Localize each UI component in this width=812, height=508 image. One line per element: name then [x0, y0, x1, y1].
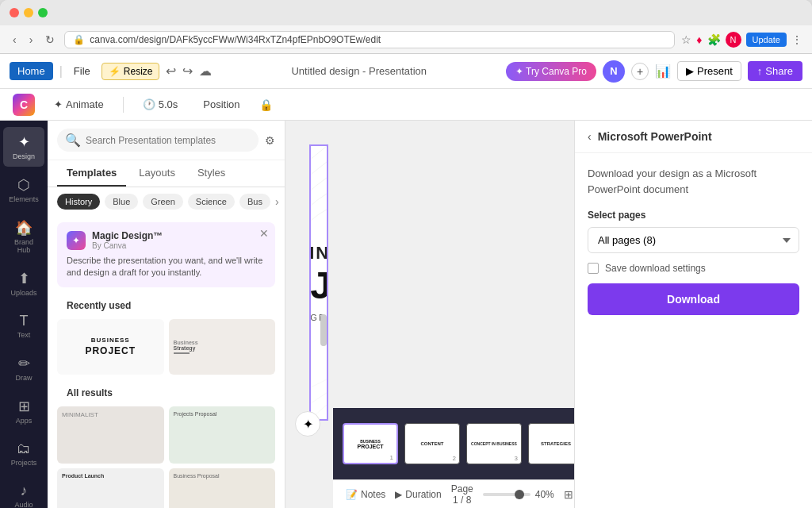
- top-bar: Home | File ⚡ Resize ↩ ↪ ☁ Untitled desi…: [0, 54, 812, 89]
- slide-canvas[interactable]: BUSINESS PROJECT WWW.REALLYGREATSITE.COM: [309, 144, 328, 421]
- search-icon: 🔍: [65, 133, 81, 148]
- add-collaborator-button[interactable]: +: [631, 63, 649, 80]
- result-thumb-4[interactable]: Business Proposal: [169, 468, 276, 508]
- bottom-bar: 📝 Notes ▶ Duration Page 1 / 8 40%: [333, 479, 574, 508]
- tab-styles[interactable]: Styles: [188, 160, 235, 187]
- present-icon: ▶: [686, 65, 694, 77]
- sidebar-item-draw[interactable]: ✏ Draw: [3, 348, 44, 388]
- filter-icon[interactable]: ⚙: [265, 134, 275, 147]
- resize-icon: ⚡: [109, 66, 121, 77]
- filter-bus[interactable]: Bus: [239, 194, 270, 210]
- user-avatar[interactable]: N: [603, 60, 625, 83]
- cloud-button[interactable]: ☁: [199, 64, 212, 79]
- filter-green[interactable]: Green: [143, 194, 183, 210]
- film-thumb-1[interactable]: BUSINESS PROJECT 1: [343, 423, 398, 464]
- all-results-label: All results: [57, 381, 275, 402]
- canva-icon[interactable]: ♦: [696, 33, 702, 46]
- grid-view-button[interactable]: ⊞: [564, 488, 573, 501]
- all-results-section: All results MINIMALIST Projects Proposal…: [57, 381, 275, 508]
- zoom-controls: 40%: [483, 489, 554, 500]
- magic-title: Magic Design™: [92, 230, 163, 241]
- right-panel: ‹ Microsoft PowerPoint Download your des…: [574, 121, 812, 508]
- film-thumb-3[interactable]: CONCEPT IN BUSINESS 3: [466, 423, 522, 464]
- recent-thumb-1[interactable]: BUSINESS PROJECT: [57, 319, 164, 375]
- back-button[interactable]: ‹: [588, 130, 592, 143]
- present-button[interactable]: ▶ Present: [677, 61, 741, 81]
- clock-icon: 🕐: [143, 98, 155, 110]
- recently-used-label: Recently used: [57, 294, 275, 314]
- sidebar-item-projects[interactable]: 🗂 Projects: [3, 434, 44, 473]
- try-canva-button[interactable]: ✦ Try Canva Pro: [506, 62, 596, 81]
- panel-content: Recently used BUSINESS PROJECT Busine: [48, 294, 285, 508]
- home-button[interactable]: Home: [10, 62, 53, 80]
- menu-icon[interactable]: ⋮: [791, 33, 802, 46]
- sidebar-item-brand[interactable]: 🏠 Brand Hub: [3, 213, 44, 260]
- recently-used-grid: BUSINESS PROJECT Business Strategy: [57, 319, 275, 375]
- update-button[interactable]: Update: [746, 33, 787, 47]
- result-thumb-2[interactable]: Projects Proposal: [169, 406, 276, 464]
- filter-history[interactable]: History: [57, 194, 100, 210]
- sidebar-item-uploads[interactable]: ⬆ Uploads: [3, 264, 44, 303]
- results-grid: MINIMALIST Projects Proposal Product Lau…: [57, 406, 275, 508]
- redo-button[interactable]: ↪: [182, 64, 193, 79]
- result-thumb-1[interactable]: MINIMALIST: [57, 406, 164, 464]
- minimize-button[interactable]: [24, 8, 33, 17]
- save-checkbox[interactable]: [588, 263, 599, 274]
- close-button[interactable]: [10, 8, 19, 17]
- main-content: ✦ Design ⬡ Elements 🏠 Brand Hub ⬆ Upload…: [0, 121, 812, 508]
- result-thumb-3[interactable]: Product Launch: [57, 468, 164, 508]
- notes-button[interactable]: 📝 Notes: [346, 489, 385, 500]
- forward-button[interactable]: ›: [26, 32, 36, 48]
- animate-button[interactable]: ✦ Animate: [48, 95, 110, 114]
- film-thumb-2[interactable]: CONTENT 2: [404, 423, 460, 464]
- sidebar-item-elements[interactable]: ⬡ Elements: [3, 170, 44, 210]
- extension-icon[interactable]: 🧩: [707, 33, 721, 46]
- profile-icon[interactable]: N: [726, 32, 741, 48]
- separator: |: [59, 64, 63, 79]
- magic-box-close[interactable]: ✕: [259, 227, 269, 240]
- analytics-button[interactable]: 📊: [655, 64, 671, 79]
- zoom-slider[interactable]: [483, 493, 530, 496]
- sidebar-item-design[interactable]: ✦ Design: [3, 127, 44, 167]
- sidebar-item-text[interactable]: T Text: [3, 306, 44, 345]
- resize-button[interactable]: ⚡ Resize: [102, 63, 160, 80]
- scroll-handle[interactable]: [320, 314, 327, 346]
- templates-panel: 🔍 ⚙ Templates Layouts Styles History Blu…: [48, 121, 285, 508]
- filter-more-button[interactable]: ›: [275, 194, 279, 210]
- pages-dropdown[interactable]: All pages (8): [588, 227, 799, 253]
- duration-button[interactable]: 🕐 5.0s: [136, 95, 185, 114]
- reload-button[interactable]: ↻: [42, 32, 58, 48]
- sidebar-item-apps[interactable]: ⊞ Apps: [3, 391, 44, 431]
- maximize-button[interactable]: [38, 8, 48, 17]
- film-num-3: 3: [515, 455, 518, 462]
- toolbar: C ✦ Animate 🕐 5.0s Position 🔒: [0, 89, 812, 121]
- position-button[interactable]: Position: [197, 95, 246, 114]
- uploads-icon: ⬆: [18, 270, 30, 287]
- recent-thumb-2[interactable]: Business Strategy: [169, 319, 276, 375]
- duration-icon: ▶: [395, 489, 402, 500]
- tab-templates[interactable]: Templates: [57, 160, 126, 187]
- filter-tags: History Blue Green Science Bus ›: [48, 187, 285, 216]
- search-input[interactable]: [86, 135, 251, 146]
- film-num-2: 2: [453, 455, 456, 462]
- file-button[interactable]: File: [69, 62, 95, 80]
- address-bar[interactable]: 🔒 canva.com/design/DAFk5yccFWw/Wi34RxTZn…: [64, 31, 675, 48]
- page-info: Page 1 / 8: [451, 483, 473, 506]
- filter-science[interactable]: Science: [188, 194, 235, 210]
- sparkle-button[interactable]: ✦: [295, 411, 320, 437]
- filter-blue[interactable]: Blue: [105, 194, 138, 210]
- tab-layouts[interactable]: Layouts: [129, 160, 185, 187]
- back-button[interactable]: ‹: [10, 32, 20, 48]
- film-thumb-4[interactable]: STRATEGIES 4: [528, 423, 574, 464]
- share-button[interactable]: ↑ Share: [748, 61, 802, 81]
- magic-icon: ✦: [67, 231, 86, 250]
- sidebar-item-audio[interactable]: ♪ Audio: [3, 476, 44, 508]
- undo-button[interactable]: ↩: [166, 64, 176, 79]
- search-box[interactable]: 🔍: [57, 129, 259, 152]
- filmstrip: BUSINESS PROJECT 1 CONTENT 2 CONCEPT IN …: [333, 408, 574, 479]
- lock-icon: 🔒: [259, 98, 273, 111]
- save-label: Save download settings: [605, 263, 706, 274]
- bookmark-icon[interactable]: ☆: [681, 33, 691, 46]
- duration-button[interactable]: ▶ Duration: [395, 489, 441, 500]
- download-button[interactable]: Download: [588, 283, 799, 315]
